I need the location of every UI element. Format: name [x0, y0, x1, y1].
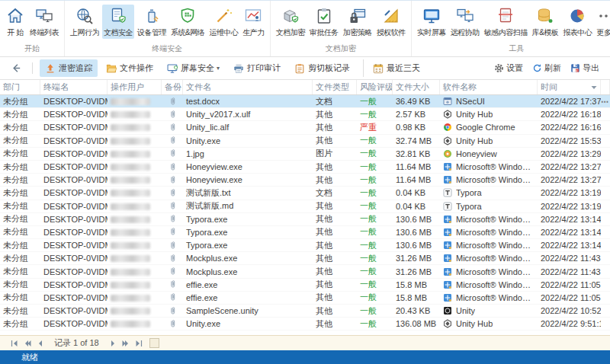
ribbon-item[interactable]: 设备管理: [136, 5, 168, 39]
row-more-button[interactable]: ⋯: [601, 280, 610, 289]
cell-backup[interactable]: [162, 148, 183, 158]
cell-filename[interactable]: SampleScene.unity: [183, 306, 313, 315]
paperclip-icon[interactable]: [169, 175, 177, 185]
paperclip-icon[interactable]: [169, 306, 177, 316]
col-header-filetype[interactable]: 文件类型: [313, 80, 357, 94]
cell-backup[interactable]: [162, 241, 183, 251]
toolbar-right-button[interactable]: 设置: [494, 62, 523, 74]
pager-next-page-button[interactable]: [120, 338, 131, 349]
cell-filename[interactable]: Unity_lic.alf: [183, 123, 313, 132]
cell-backup[interactable]: [162, 110, 183, 120]
cell-backup[interactable]: [162, 136, 183, 145]
cell-filename[interactable]: effie.exe: [183, 280, 313, 289]
table-row[interactable]: 未分组 DESKTOP-0VIDMDJ 测试新版.txt 文档 一般 0.04 …: [0, 187, 610, 200]
ribbon-item[interactable]: 远程协助: [449, 5, 481, 39]
ribbon-item[interactable]: 文档安全: [102, 5, 134, 39]
ribbon-item[interactable]: 终端列表: [28, 5, 60, 39]
cell-filename[interactable]: 测试新版.md: [183, 200, 313, 212]
ribbon-item[interactable]: 开 始: [4, 5, 27, 39]
table-row[interactable]: 未分组 DESKTOP-0VIDMDJ Unity.exe 其他 一般 32.7…: [0, 135, 610, 148]
paperclip-icon[interactable]: [169, 188, 177, 198]
cell-filename[interactable]: Unity.exe: [183, 136, 313, 145]
row-more-button[interactable]: ⋯: [601, 97, 610, 106]
row-more-button[interactable]: ⋯: [601, 202, 610, 211]
toolbar-button[interactable]: 文件操作 ▾: [101, 59, 159, 77]
row-more-button[interactable]: ⋯: [601, 306, 610, 315]
cell-filename[interactable]: Typora.exe: [183, 228, 313, 237]
pager-next-button[interactable]: [108, 338, 118, 349]
cell-filename[interactable]: effie.exe: [183, 293, 313, 302]
toolbar-button[interactable]: 打印审计 ▾: [228, 59, 286, 77]
ribbon-item[interactable]: 生产力: [241, 5, 266, 39]
cell-backup[interactable]: [162, 201, 183, 211]
table-row[interactable]: 未分组 DESKTOP-0VIDMDJ Typora.exe 其他 一般 130…: [0, 239, 610, 252]
table-row[interactable]: 未分组 DESKTOP-0VIDMDJ Typora.exe 其他 一般 130…: [0, 226, 610, 239]
cell-backup[interactable]: [162, 162, 183, 172]
ribbon-item[interactable]: 报表中心: [561, 5, 593, 39]
pager-prev-button[interactable]: [35, 338, 46, 349]
paperclip-icon[interactable]: [169, 292, 177, 302]
cell-backup[interactable]: [162, 292, 183, 302]
cell-backup[interactable]: [162, 306, 183, 316]
cell-backup[interactable]: [162, 254, 183, 263]
col-header-size[interactable]: 文件大小: [393, 80, 440, 94]
table-row[interactable]: 未分组 DESKTOP-0VIDMDJ effie.exe 其他 一般 15.8…: [0, 292, 610, 305]
paperclip-icon[interactable]: [169, 123, 177, 133]
ribbon-item[interactable]: 加密策略: [342, 5, 374, 39]
ribbon-item[interactable]: 授权软件: [375, 5, 407, 39]
table-row[interactable]: 未分组 DESKTOP-0VIDMDJ SampleScene.unity 其他…: [0, 305, 610, 318]
row-more-button[interactable]: ⋯: [601, 123, 610, 132]
cell-filename[interactable]: 测试新版.txt: [183, 187, 313, 199]
cell-backup[interactable]: [162, 175, 183, 185]
col-header-backup[interactable]: 备份: [162, 80, 183, 94]
col-header-terminal[interactable]: 终端名: [40, 80, 108, 94]
cell-backup[interactable]: [162, 188, 183, 198]
col-header-operator[interactable]: 操作用户: [108, 80, 162, 94]
paperclip-icon[interactable]: [169, 279, 177, 289]
cell-filename[interactable]: test.docx: [183, 97, 313, 106]
row-more-button[interactable]: ⋯: [601, 175, 610, 184]
toolbar-right-button[interactable]: 刷新: [532, 62, 561, 74]
cell-backup[interactable]: [162, 227, 183, 237]
toolbar-right-button[interactable]: 导出: [570, 62, 599, 74]
ribbon-item[interactable]: 上网行为: [69, 5, 101, 39]
cell-filename[interactable]: Unity_v2017.x.ulf: [183, 110, 313, 119]
cell-backup[interactable]: [162, 267, 183, 276]
row-more-button[interactable]: ⋯: [601, 110, 610, 119]
table-row[interactable]: 未分组 DESKTOP-0VIDMDJ Unity_v2017.x.ulf 其他…: [0, 108, 610, 121]
cell-backup[interactable]: [162, 319, 183, 329]
table-row[interactable]: 未分组 DESKTOP-0VIDMDJ effie.exe 其他 一般 15.8…: [0, 279, 610, 292]
table-row[interactable]: 未分组 DESKTOP-0VIDMDJ Honeyview.exe 其他 一般 …: [0, 161, 610, 174]
table-row[interactable]: 未分组 DESKTOP-0VIDMDJ Unity.exe 其他 一般 136.…: [0, 318, 610, 330]
toolbar-button[interactable]: 泄密追踪 ▾: [40, 59, 98, 77]
col-header-software[interactable]: 软件名称: [440, 80, 538, 94]
ribbon-item[interactable]: 运维中心: [207, 5, 239, 39]
pager-extra-button[interactable]: [149, 338, 159, 348]
row-more-button[interactable]: ⋯: [601, 188, 610, 197]
row-more-button[interactable]: ⋯: [601, 319, 610, 328]
row-more-button[interactable]: ⋯: [601, 241, 610, 250]
col-header-time[interactable]: 时间: [538, 80, 601, 94]
toolbar-button[interactable]: 屏幕安全 ▾: [162, 59, 225, 77]
table-row[interactable]: 未分组 DESKTOP-0VIDMDJ Mockplus.exe 其他 一般 3…: [0, 252, 610, 265]
cell-backup[interactable]: [162, 214, 183, 224]
table-row[interactable]: 未分组 DESKTOP-0VIDMDJ 1.jpg 图片 一般 32.81 KB…: [0, 148, 610, 161]
toolbar-button[interactable]: 最近三天 ▾: [363, 59, 425, 77]
paperclip-icon[interactable]: [169, 148, 177, 158]
ribbon-item[interactable]: 审批任务: [308, 5, 340, 39]
cell-backup[interactable]: [162, 123, 183, 133]
toolbar-button[interactable]: 剪切板记录 ▾: [289, 59, 355, 77]
table-row[interactable]: 未分组 DESKTOP-0VIDMDJ Typora.exe 其他 一般 130…: [0, 213, 610, 226]
ribbon-item[interactable]: 文档加密: [274, 5, 307, 39]
table-row[interactable]: 未分组 DESKTOP-0VIDMDJ Unity_lic.alf 其他 严重 …: [0, 121, 610, 134]
cell-filename[interactable]: Honeyview.exe: [183, 175, 313, 184]
cell-filename[interactable]: Honeyview.exe: [183, 162, 313, 171]
paperclip-icon[interactable]: [169, 136, 177, 145]
paperclip-icon[interactable]: [169, 214, 177, 224]
cell-filename[interactable]: Typora.exe: [183, 215, 313, 224]
back-button[interactable]: [6, 61, 27, 75]
ribbon-item[interactable]: 更多...: [595, 5, 610, 39]
paperclip-icon[interactable]: [169, 254, 177, 263]
table-row[interactable]: 未分组 DESKTOP-0VIDMDJ 测试新版.md 其他 一般 0.04 K…: [0, 200, 610, 213]
row-more-button[interactable]: ⋯: [601, 136, 610, 145]
